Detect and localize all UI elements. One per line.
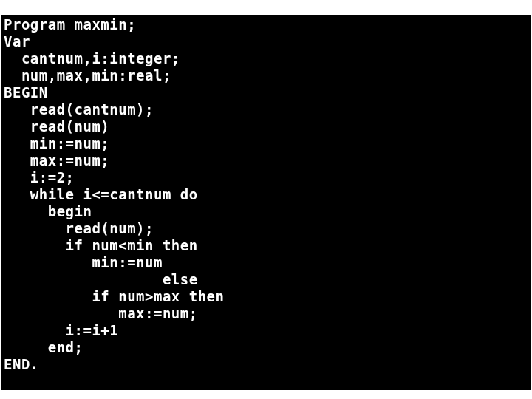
code-block: Program maxmin; Var cantnum,i:integer; n… xyxy=(0,14,532,391)
